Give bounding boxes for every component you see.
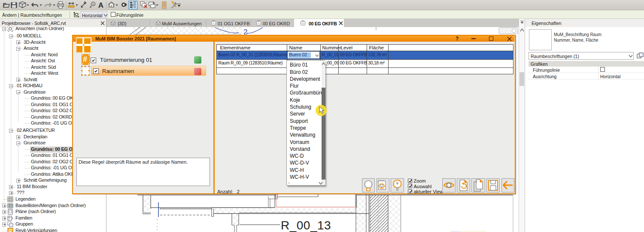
svg-text:R_00_13: R_00_13 — [281, 219, 331, 232]
svg-text:1: 1 — [92, 3, 94, 6]
svg-text:A: A — [98, 1, 103, 9]
